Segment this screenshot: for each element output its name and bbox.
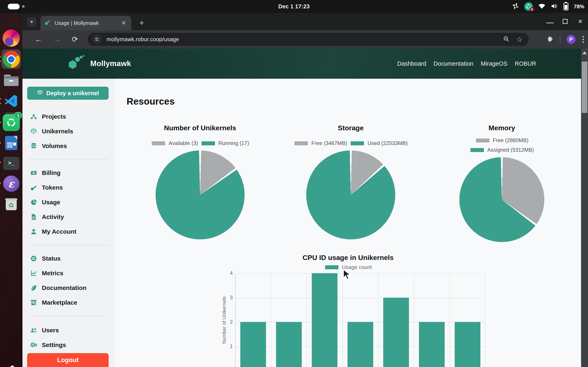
pie-icon xyxy=(30,199,37,206)
svg-text:♻: ♻ xyxy=(8,202,14,209)
forward-icon[interactable]: → xyxy=(52,34,62,45)
bar[interactable] xyxy=(276,322,302,367)
gridline xyxy=(271,273,271,367)
battery-percent: 78% xyxy=(574,3,584,10)
dock-chrome-icon[interactable] xyxy=(2,50,20,68)
dock-vscode-icon[interactable] xyxy=(2,92,20,110)
bar[interactable] xyxy=(347,322,373,367)
wifi-icon[interactable] xyxy=(538,3,545,10)
nav-dashboard[interactable]: Dashboard xyxy=(397,60,426,67)
slack-icon[interactable] xyxy=(512,3,519,10)
active-tab[interactable]: Usage | Mollymawk ✕ xyxy=(40,16,131,30)
scrollbar-thumb[interactable] xyxy=(582,62,587,113)
bookmark-star-icon[interactable]: ☆ xyxy=(517,35,523,43)
battery-icon[interactable] xyxy=(563,3,568,10)
legend-item[interactable]: Free (3467MB) xyxy=(294,140,347,146)
bullseye-icon xyxy=(30,255,37,262)
sidebar: Deploy a unikernel Projects Unikernels V… xyxy=(22,79,114,367)
sidebar-divider xyxy=(29,316,108,317)
legend-item[interactable]: Assigned (5312MB) xyxy=(470,147,534,153)
legend-item[interactable]: Running (17) xyxy=(201,140,249,146)
chart-line-icon xyxy=(30,269,37,277)
sidebar-item-activity[interactable]: Activity xyxy=(30,210,108,224)
sidebar-item-usage[interactable]: Usage xyxy=(30,196,108,209)
deploy-unikernel-button[interactable]: Deploy a unikernel xyxy=(27,87,109,100)
chart-title: CPU ID usage in Unikernels xyxy=(200,254,496,262)
browser-toolbar: ← → ⟳ mollymawk.robur.coop/usage ☆ xyxy=(22,30,588,49)
nav-documentation[interactable]: Documentation xyxy=(434,60,474,67)
clock[interactable]: Dec 1 17:23 xyxy=(278,3,310,10)
menu-kebab-icon[interactable] xyxy=(582,35,585,44)
extensions-puzzle-icon[interactable] xyxy=(547,35,554,43)
page-scrollbar[interactable] xyxy=(581,49,588,367)
bar[interactable] xyxy=(419,322,445,367)
site-info-icon[interactable] xyxy=(92,35,101,44)
unikernels-pie-card: Number of Unikernels Available (3) Runni… xyxy=(135,124,265,239)
show-apps-ubuntu-icon[interactable] xyxy=(2,362,20,367)
brand-name[interactable]: Mollymawk xyxy=(90,59,131,68)
gridline xyxy=(235,273,485,274)
y-tick-label: 4 xyxy=(224,270,233,276)
bar-chart-plot[interactable] xyxy=(235,273,485,367)
legend-item[interactable]: Free (2880MB) xyxy=(475,137,528,143)
back-icon[interactable]: ← xyxy=(33,34,44,45)
volume-icon[interactable] xyxy=(551,3,558,10)
dock-terminal-icon[interactable]: >_ xyxy=(2,155,20,172)
tab-close-icon[interactable]: ✕ xyxy=(121,20,127,26)
sidebar-item-projects[interactable]: Projects xyxy=(30,110,108,123)
reload-icon[interactable]: ⟳ xyxy=(69,34,80,45)
legend-swatch xyxy=(324,265,339,270)
legend-item[interactable]: Available (3) xyxy=(151,140,198,146)
logout-button[interactable]: Logout xyxy=(27,353,109,367)
scrollbar-up-arrow[interactable] xyxy=(582,51,587,55)
legend-item[interactable]: Used (22533MB) xyxy=(350,140,408,146)
dock-trash-icon[interactable]: ♻ xyxy=(2,195,20,213)
chart-legend: Available (3) Running (17) xyxy=(135,140,265,146)
sidebar-item-users[interactable]: Users xyxy=(30,324,108,337)
dock-libreoffice-icon[interactable] xyxy=(2,134,20,152)
restore-button[interactable] xyxy=(563,19,568,24)
cube-icon xyxy=(37,90,43,97)
site-header: Mollymawk Dashboard Documentation Mirage… xyxy=(22,49,581,79)
bar[interactable] xyxy=(455,322,480,367)
bar[interactable] xyxy=(312,273,337,367)
nav-robur[interactable]: ROBUR xyxy=(515,60,536,67)
new-tab-button[interactable]: + xyxy=(137,18,147,28)
pie-chart[interactable] xyxy=(156,150,245,239)
minimize-button[interactable] xyxy=(546,20,554,23)
bar[interactable] xyxy=(383,298,409,367)
sidebar-item-billing[interactable]: Billing xyxy=(30,166,108,179)
sidebar-item-status[interactable]: Status xyxy=(30,252,108,265)
dock-updater-icon[interactable]: 1 xyxy=(2,114,20,131)
gridline xyxy=(342,273,343,367)
mollymawk-logo[interactable] xyxy=(68,54,86,71)
updater-tray-icon[interactable]: 1 xyxy=(524,2,533,11)
sidebar-item-settings[interactable]: ⚙⚙ Settings xyxy=(30,338,108,351)
legend-swatch xyxy=(201,141,216,146)
sidebar-divider xyxy=(29,159,108,159)
gears-icon: ⚙⚙ xyxy=(30,341,37,349)
sidebar-item-metrics[interactable]: Metrics xyxy=(30,267,108,280)
tab-search-button[interactable]: ▾ xyxy=(27,17,36,26)
dock-emacs-icon[interactable]: ε xyxy=(2,175,20,192)
sidebar-item-documentation[interactable]: Documentation xyxy=(30,281,108,294)
sidebar-item-tokens[interactable]: Tokens xyxy=(30,181,108,194)
sidebar-item-marketplace[interactable]: Marketplace xyxy=(30,296,108,309)
sidebar-item-volumes[interactable]: Volumes xyxy=(30,140,108,152)
profile-avatar[interactable]: P xyxy=(567,35,576,44)
activities-pill[interactable] xyxy=(8,4,20,9)
bar[interactable] xyxy=(240,322,266,367)
sidebar-item-my-account[interactable]: My Account xyxy=(30,225,108,238)
gridline xyxy=(378,273,379,367)
system-top-bar: Dec 1 17:23 1 78% xyxy=(0,0,588,13)
pie-chart[interactable] xyxy=(306,150,395,239)
url-text[interactable]: mollymawk.robur.coop/usage xyxy=(107,36,503,43)
dock-files-icon[interactable] xyxy=(2,71,20,89)
sidebar-item-unikernels[interactable]: Unikernels xyxy=(30,125,108,138)
close-window-button[interactable]: ✕ xyxy=(577,18,584,25)
nav-mirageos[interactable]: MirageOS xyxy=(481,60,508,67)
address-bar[interactable]: mollymawk.robur.coop/usage ☆ xyxy=(88,33,529,46)
pie-chart[interactable] xyxy=(459,157,544,242)
dock-firefox-icon[interactable] xyxy=(2,29,20,47)
zoom-out-icon[interactable] xyxy=(503,36,510,43)
